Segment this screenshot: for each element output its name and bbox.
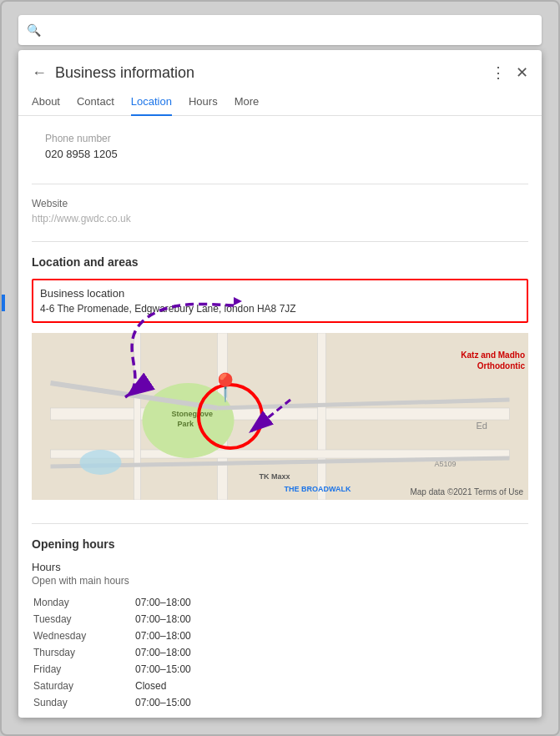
day-monday: Monday xyxy=(33,595,134,610)
table-row: Wednesday 07:00–18:00 xyxy=(33,628,527,643)
business-location-label: Business location xyxy=(40,287,520,300)
svg-point-14 xyxy=(80,450,122,475)
tab-location[interactable]: Location xyxy=(131,88,172,116)
svg-text:TK Maxx: TK Maxx xyxy=(260,472,290,481)
modal-title: Business information xyxy=(55,64,491,82)
svg-rect-3 xyxy=(51,408,510,420)
table-row: Saturday Closed xyxy=(33,678,527,693)
outer-frame: 🔍 ← Business information ⋮ ✕ About Conta… xyxy=(0,0,560,736)
day-thursday: Thursday xyxy=(33,645,134,660)
phone-value: 020 8958 1205 xyxy=(32,148,528,167)
tab-hours[interactable]: Hours xyxy=(189,88,218,116)
map-footer: Map data ©2021 Terms of Use xyxy=(406,486,527,498)
table-row: Sunday 07:00–15:00 xyxy=(33,695,527,710)
day-friday: Friday xyxy=(33,662,134,677)
katz-label: Katz and MadhoOrthodontic xyxy=(461,350,525,371)
more-options-button[interactable]: ⋮ xyxy=(491,63,506,82)
divider-1 xyxy=(32,184,528,184)
modal-header: ← Business information ⋮ ✕ xyxy=(18,50,542,88)
hours-label: Hours xyxy=(32,561,528,573)
svg-text:THE BROADWALK: THE BROADWALK xyxy=(285,485,351,493)
table-row: Tuesday 07:00–18:00 xyxy=(33,612,527,627)
svg-text:Park: Park xyxy=(178,420,195,428)
business-location-box: Business location 4-6 The Promenade, Edg… xyxy=(32,279,528,323)
location-section-title: Location and areas xyxy=(32,255,528,269)
phone-section: Phone number 020 8958 1205 xyxy=(18,116,542,180)
svg-text:A5109: A5109 xyxy=(435,460,457,468)
divider-3 xyxy=(32,523,528,524)
map-pin: 📍 xyxy=(209,371,242,403)
business-address: 4-6 The Promenade, Edgwarebury Lane, lon… xyxy=(40,303,520,315)
website-section: Website http://www.gwdc.co.uk xyxy=(18,188,542,238)
svg-rect-5 xyxy=(318,333,326,500)
tab-about[interactable]: About xyxy=(32,88,60,116)
divider-2 xyxy=(32,241,528,242)
day-tuesday: Tuesday xyxy=(33,612,134,627)
hours-table: Monday 07:00–18:00 Tuesday 07:00–18:00 W… xyxy=(32,593,528,712)
back-button[interactable]: ← xyxy=(32,64,47,82)
map-svg: Stonegrove Park TK Maxx THE BROADWALK xyxy=(32,333,528,500)
tab-more[interactable]: More xyxy=(235,88,260,116)
content-area[interactable]: Phone number 020 8958 1205 Website http:… xyxy=(18,116,542,718)
svg-rect-7 xyxy=(134,333,141,500)
search-bar[interactable]: 🔍 xyxy=(18,15,542,45)
hours-sub-label: Open with main hours xyxy=(32,575,528,587)
blue-accent-stripe xyxy=(2,295,5,311)
hours-wednesday: 07:00–18:00 xyxy=(135,628,527,643)
tab-bar: About Contact Location Hours More xyxy=(18,88,542,116)
close-button[interactable]: ✕ xyxy=(516,63,528,82)
svg-text:Ed: Ed xyxy=(477,421,487,431)
opening-hours-section: Opening hours Hours Open with main hours… xyxy=(18,527,542,718)
search-icon: 🔍 xyxy=(27,23,41,37)
hours-friday: 07:00–15:00 xyxy=(135,662,527,677)
location-section: Location and areas Business location 4-6… xyxy=(18,245,542,520)
day-wednesday: Wednesday xyxy=(33,628,134,643)
website-label: Website xyxy=(32,198,528,209)
tab-contact[interactable]: Contact xyxy=(77,88,114,116)
table-row: Thursday 07:00–18:00 xyxy=(33,645,527,660)
table-row: Monday 07:00–18:00 xyxy=(33,595,527,610)
phone-label-partial: Phone number xyxy=(32,126,528,148)
hours-tuesday: 07:00–18:00 xyxy=(135,612,527,627)
website-value[interactable]: http://www.gwdc.co.uk xyxy=(32,213,528,224)
map-container[interactable]: Stonegrove Park TK Maxx THE BROADWALK xyxy=(32,333,528,500)
hours-monday: 07:00–18:00 xyxy=(135,595,527,610)
opening-hours-title: Opening hours xyxy=(32,537,528,551)
header-actions: ⋮ ✕ xyxy=(491,63,528,82)
hours-sunday: 07:00–15:00 xyxy=(135,695,527,710)
business-info-modal: ← Business information ⋮ ✕ About Contact… xyxy=(18,50,542,718)
hours-saturday: Closed xyxy=(135,678,527,693)
day-sunday: Sunday xyxy=(33,695,134,710)
hours-thursday: 07:00–18:00 xyxy=(135,645,527,660)
day-saturday: Saturday xyxy=(33,678,134,693)
table-row: Friday 07:00–15:00 xyxy=(33,662,527,677)
